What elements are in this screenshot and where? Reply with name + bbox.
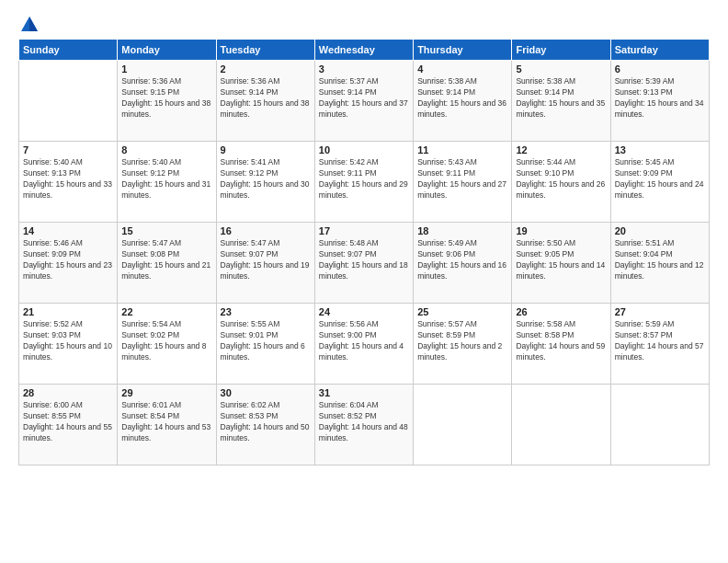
day-number: 20 [615, 225, 705, 236]
day-number: 6 [615, 63, 705, 75]
calendar-table: SundayMondayTuesdayWednesdayThursdayFrid… [18, 39, 710, 465]
week-row-1: 1Sunrise: 5:36 AM Sunset: 9:15 PM Daylig… [19, 61, 710, 142]
day-number: 16 [221, 225, 311, 236]
day-cell: 5Sunrise: 5:38 AM Sunset: 9:14 PM Daylig… [512, 61, 610, 142]
day-info: Sunrise: 6:04 AM Sunset: 8:52 PM Dayligh… [319, 400, 409, 444]
day-number: 22 [121, 306, 211, 317]
day-number: 11 [417, 144, 507, 155]
day-info: Sunrise: 5:47 AM Sunset: 9:07 PM Dayligh… [221, 238, 311, 282]
day-info: Sunrise: 5:37 AM Sunset: 9:14 PM Dayligh… [319, 76, 409, 121]
day-info: Sunrise: 5:56 AM Sunset: 9:00 PM Dayligh… [319, 319, 409, 363]
day-cell: 4Sunrise: 5:38 AM Sunset: 9:14 PM Daylig… [414, 61, 512, 142]
header [18, 15, 710, 29]
day-cell: 15Sunrise: 5:47 AM Sunset: 9:08 PM Dayli… [118, 223, 216, 304]
day-info: Sunrise: 5:48 AM Sunset: 9:07 PM Dayligh… [319, 238, 409, 282]
day-info: Sunrise: 5:57 AM Sunset: 8:59 PM Dayligh… [417, 319, 507, 363]
weekday-header-tuesday: Tuesday [216, 40, 314, 61]
day-number: 18 [417, 225, 507, 236]
day-cell: 30Sunrise: 6:02 AM Sunset: 8:53 PM Dayli… [216, 385, 314, 465]
day-cell: 3Sunrise: 5:37 AM Sunset: 9:14 PM Daylig… [314, 61, 413, 142]
weekday-header-row: SundayMondayTuesdayWednesdayThursdayFrid… [19, 40, 710, 61]
day-number: 19 [516, 225, 606, 236]
day-info: Sunrise: 5:47 AM Sunset: 9:08 PM Dayligh… [121, 238, 211, 282]
day-info: Sunrise: 6:02 AM Sunset: 8:53 PM Dayligh… [221, 400, 311, 444]
day-number: 26 [516, 306, 606, 317]
day-number: 29 [121, 387, 211, 398]
day-info: Sunrise: 5:38 AM Sunset: 9:14 PM Dayligh… [417, 76, 507, 121]
day-cell: 26Sunrise: 5:58 AM Sunset: 8:58 PM Dayli… [512, 304, 610, 385]
day-cell: 17Sunrise: 5:48 AM Sunset: 9:07 PM Dayli… [314, 223, 413, 304]
day-number: 24 [319, 306, 409, 317]
day-cell: 20Sunrise: 5:51 AM Sunset: 9:04 PM Dayli… [610, 223, 709, 304]
weekday-header-friday: Friday [512, 40, 610, 61]
day-cell: 18Sunrise: 5:49 AM Sunset: 9:06 PM Dayli… [414, 223, 512, 304]
day-info: Sunrise: 5:51 AM Sunset: 9:04 PM Dayligh… [615, 238, 705, 282]
day-info: Sunrise: 5:40 AM Sunset: 9:13 PM Dayligh… [23, 157, 113, 201]
day-cell: 11Sunrise: 5:43 AM Sunset: 9:11 PM Dayli… [414, 142, 512, 223]
day-cell: 31Sunrise: 6:04 AM Sunset: 8:52 PM Dayli… [314, 385, 413, 465]
day-cell: 29Sunrise: 6:01 AM Sunset: 8:54 PM Dayli… [118, 385, 216, 465]
day-number: 15 [121, 225, 211, 236]
day-info: Sunrise: 5:44 AM Sunset: 9:10 PM Dayligh… [516, 157, 606, 201]
day-cell: 6Sunrise: 5:39 AM Sunset: 9:13 PM Daylig… [610, 61, 709, 142]
day-cell: 28Sunrise: 6:00 AM Sunset: 8:55 PM Dayli… [19, 385, 118, 465]
day-info: Sunrise: 5:42 AM Sunset: 9:11 PM Dayligh… [319, 157, 409, 201]
day-info: Sunrise: 5:41 AM Sunset: 9:12 PM Dayligh… [221, 157, 311, 201]
day-cell: 25Sunrise: 5:57 AM Sunset: 8:59 PM Dayli… [414, 304, 512, 385]
day-info: Sunrise: 5:55 AM Sunset: 9:01 PM Dayligh… [221, 319, 311, 363]
svg-marker-1 [29, 17, 38, 31]
week-row-3: 14Sunrise: 5:46 AM Sunset: 9:09 PM Dayli… [19, 223, 710, 304]
day-info: Sunrise: 5:50 AM Sunset: 9:05 PM Dayligh… [516, 238, 606, 282]
day-cell: 10Sunrise: 5:42 AM Sunset: 9:11 PM Dayli… [314, 142, 413, 223]
day-cell: 13Sunrise: 5:45 AM Sunset: 9:09 PM Dayli… [610, 142, 709, 223]
day-number: 30 [221, 387, 311, 398]
day-cell: 23Sunrise: 5:55 AM Sunset: 9:01 PM Dayli… [216, 304, 314, 385]
week-row-5: 28Sunrise: 6:00 AM Sunset: 8:55 PM Dayli… [19, 385, 710, 465]
day-number: 21 [23, 306, 113, 317]
day-number: 1 [121, 63, 211, 75]
day-info: Sunrise: 5:38 AM Sunset: 9:14 PM Dayligh… [516, 76, 606, 121]
day-number: 27 [615, 306, 705, 317]
day-info: Sunrise: 5:36 AM Sunset: 9:15 PM Dayligh… [121, 76, 211, 121]
page: SundayMondayTuesdayWednesdayThursdayFrid… [0, 0, 728, 563]
day-cell: 21Sunrise: 5:52 AM Sunset: 9:03 PM Dayli… [19, 304, 118, 385]
day-number: 14 [23, 225, 113, 236]
day-cell: 22Sunrise: 5:54 AM Sunset: 9:02 PM Dayli… [118, 304, 216, 385]
day-cell: 14Sunrise: 5:46 AM Sunset: 9:09 PM Dayli… [19, 223, 118, 304]
day-number: 25 [417, 306, 507, 317]
day-number: 23 [221, 306, 311, 317]
day-number: 13 [615, 144, 705, 155]
day-info: Sunrise: 5:45 AM Sunset: 9:09 PM Dayligh… [615, 157, 705, 201]
weekday-header-sunday: Sunday [19, 40, 118, 61]
day-info: Sunrise: 5:58 AM Sunset: 8:58 PM Dayligh… [516, 319, 606, 363]
day-info: Sunrise: 5:46 AM Sunset: 9:09 PM Dayligh… [23, 238, 113, 282]
day-number: 4 [417, 63, 507, 75]
day-info: Sunrise: 5:49 AM Sunset: 9:06 PM Dayligh… [417, 238, 507, 282]
day-number: 7 [23, 144, 113, 155]
day-info: Sunrise: 5:39 AM Sunset: 9:13 PM Dayligh… [615, 76, 705, 121]
day-cell: 19Sunrise: 5:50 AM Sunset: 9:05 PM Dayli… [512, 223, 610, 304]
day-info: Sunrise: 5:59 AM Sunset: 8:57 PM Dayligh… [615, 319, 705, 363]
day-cell: 27Sunrise: 5:59 AM Sunset: 8:57 PM Dayli… [610, 304, 709, 385]
day-info: Sunrise: 5:54 AM Sunset: 9:02 PM Dayligh… [121, 319, 211, 363]
day-cell: 24Sunrise: 5:56 AM Sunset: 9:00 PM Dayli… [314, 304, 413, 385]
day-number: 2 [221, 63, 311, 75]
day-cell: 16Sunrise: 5:47 AM Sunset: 9:07 PM Dayli… [216, 223, 314, 304]
day-cell: 12Sunrise: 5:44 AM Sunset: 9:10 PM Dayli… [512, 142, 610, 223]
day-cell: 1Sunrise: 5:36 AM Sunset: 9:15 PM Daylig… [118, 61, 216, 142]
day-cell: 8Sunrise: 5:40 AM Sunset: 9:12 PM Daylig… [118, 142, 216, 223]
day-number: 9 [221, 144, 311, 155]
day-number: 17 [319, 225, 409, 236]
day-number: 12 [516, 144, 606, 155]
day-info: Sunrise: 5:43 AM Sunset: 9:11 PM Dayligh… [417, 157, 507, 201]
day-cell [19, 61, 118, 142]
day-cell: 2Sunrise: 5:36 AM Sunset: 9:14 PM Daylig… [216, 61, 314, 142]
logo-icon [19, 15, 40, 35]
day-info: Sunrise: 6:01 AM Sunset: 8:54 PM Dayligh… [121, 400, 211, 444]
day-cell [414, 385, 512, 465]
day-cell [512, 385, 610, 465]
weekday-header-monday: Monday [118, 40, 216, 61]
day-number: 31 [319, 387, 409, 398]
day-number: 10 [319, 144, 409, 155]
day-number: 28 [23, 387, 113, 398]
